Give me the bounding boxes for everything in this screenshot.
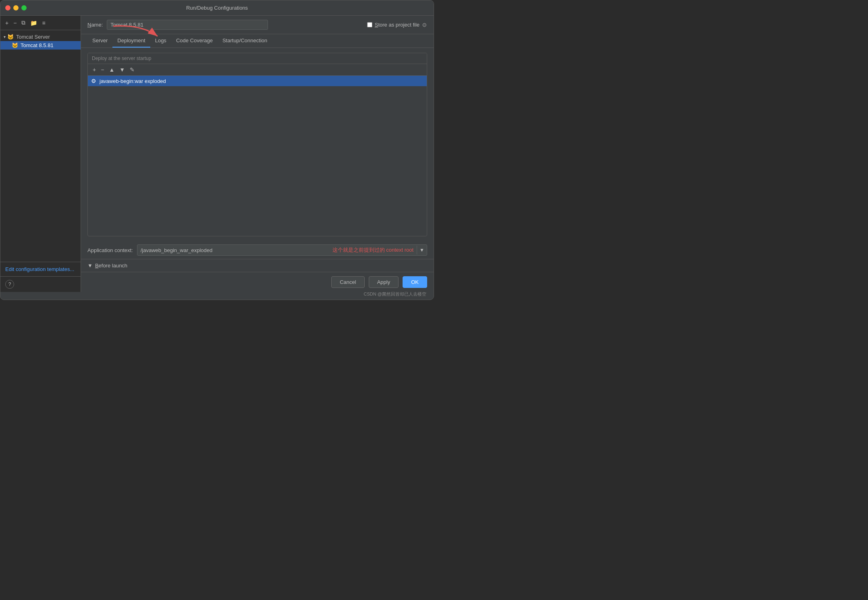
csdn-watermark: CSDN @菌然回首却已人去楼空	[0, 290, 430, 298]
deploy-edit-button[interactable]: ✎	[128, 66, 136, 74]
deploy-list: ⚙ javaweb-begin:war exploded	[88, 76, 427, 236]
before-launch-header[interactable]: ▼ Before launch	[87, 263, 427, 269]
sidebar-item-tomcat[interactable]: 🐱 Tomcat 8.5.81	[0, 41, 81, 50]
titlebar: Run/Debug Configurations	[0, 0, 434, 16]
name-label: Name:	[87, 22, 103, 28]
app-context-row: Application context: 这个就是之前提到过的 context …	[81, 241, 434, 259]
tabs-bar: Server Deployment Logs Code Coverage Sta…	[81, 34, 434, 48]
panel-body: Deploy at the server startup + − ▲ ▼ ✎ ⚙…	[81, 48, 434, 241]
app-context-input-wrapper: 这个就是之前提到过的 context root ▼	[137, 244, 427, 256]
app-context-label: Application context:	[87, 247, 133, 253]
before-launch-section: ▼ Before launch	[81, 259, 434, 272]
add-config-button[interactable]: +	[4, 19, 10, 27]
right-panel: Name: Store as project file ⚙ Server Dep…	[81, 16, 434, 292]
tab-code-coverage[interactable]: Code Coverage	[171, 34, 218, 48]
window-title: Run/Debug Configurations	[186, 5, 248, 11]
chevron-down-icon: ▾	[4, 35, 6, 39]
tree-group-header-tomcat[interactable]: ▾ 🐱 Tomcat Server	[0, 33, 81, 41]
sidebar: + − ⧉ 📁 ≡ ▾ 🐱 Tomcat Server 🐱 Tomcat 8.5…	[0, 16, 81, 292]
tab-deployment[interactable]: Deployment	[112, 34, 150, 48]
tomcat-item-icon: 🐱	[12, 42, 18, 48]
gear-icon[interactable]: ⚙	[422, 22, 427, 28]
tabs-wrapper: Server Deployment Logs Code Coverage Sta…	[81, 34, 434, 48]
tab-startup-connection[interactable]: Startup/Connection	[218, 34, 272, 48]
tree-group-label: Tomcat Server	[16, 34, 50, 40]
tab-server[interactable]: Server	[87, 34, 112, 48]
sidebar-tree: ▾ 🐱 Tomcat Server 🐱 Tomcat 8.5.81	[0, 30, 81, 262]
war-exploded-icon: ⚙	[91, 78, 96, 84]
tomcat-server-icon: 🐱	[7, 34, 14, 40]
deploy-remove-button[interactable]: −	[99, 66, 106, 74]
before-launch-chevron: ▼	[87, 263, 93, 269]
dialog-footer: Cancel Apply OK	[81, 272, 434, 292]
remove-config-button[interactable]: −	[12, 19, 18, 27]
deploy-item-label: javaweb-begin:war exploded	[100, 78, 166, 84]
app-context-input[interactable]	[137, 246, 329, 255]
sidebar-toolbar: + − ⧉ 📁 ≡	[0, 16, 81, 30]
main-content: + − ⧉ 📁 ≡ ▾ 🐱 Tomcat Server 🐱 Tomcat 8.5…	[0, 16, 434, 292]
deploy-section-header: Deploy at the server startup	[88, 53, 427, 64]
close-button[interactable]	[5, 5, 10, 10]
store-project-label: Store as project file	[375, 22, 419, 28]
before-launch-label: Before launch	[95, 263, 127, 269]
app-context-annotation: 这个就是之前提到过的 context root	[329, 245, 417, 255]
deploy-down-button[interactable]: ▼	[118, 66, 127, 74]
deploy-toolbar: + − ▲ ▼ ✎	[88, 64, 427, 76]
deploy-up-button[interactable]: ▲	[107, 66, 116, 74]
copy-config-button[interactable]: ⧉	[20, 19, 27, 27]
name-input[interactable]	[107, 20, 268, 30]
help-button[interactable]: ?	[5, 280, 14, 289]
tab-logs[interactable]: Logs	[150, 34, 171, 48]
edit-templates-link[interactable]: Edit configuration templates...	[5, 266, 74, 272]
apply-button[interactable]: Apply	[369, 276, 399, 288]
store-project-section: Store as project file ⚙	[367, 22, 427, 28]
cancel-button[interactable]: Cancel	[331, 276, 364, 288]
name-row: Name: Store as project file ⚙	[81, 16, 434, 34]
folder-config-button[interactable]: 📁	[29, 19, 39, 27]
ok-button[interactable]: OK	[403, 276, 427, 288]
sidebar-help: ?	[0, 276, 81, 292]
sidebar-footer: Edit configuration templates...	[0, 262, 81, 276]
maximize-button[interactable]	[21, 5, 27, 10]
deploy-add-button[interactable]: +	[91, 66, 98, 74]
sort-config-button[interactable]: ≡	[40, 19, 47, 27]
minimize-button[interactable]	[13, 5, 19, 10]
sidebar-item-label: Tomcat 8.5.81	[21, 42, 54, 48]
deploy-list-item[interactable]: ⚙ javaweb-begin:war exploded	[88, 76, 427, 86]
deploy-section: Deploy at the server startup + − ▲ ▼ ✎ ⚙…	[87, 53, 427, 236]
app-context-dropdown-button[interactable]: ▼	[417, 246, 427, 254]
tree-group-tomcat: ▾ 🐱 Tomcat Server 🐱 Tomcat 8.5.81	[0, 32, 81, 50]
traffic-lights	[5, 5, 27, 10]
store-project-checkbox[interactable]	[367, 22, 372, 27]
